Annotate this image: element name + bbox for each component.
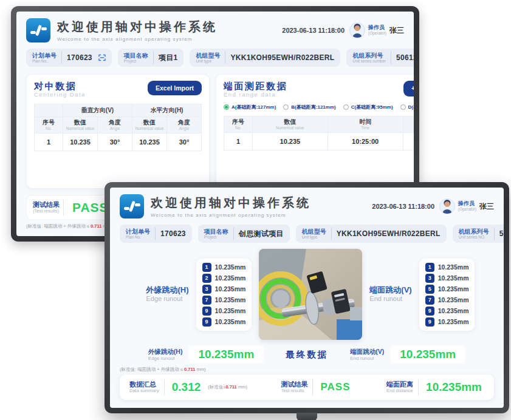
test-result-label: 测试结果 Test results — [281, 381, 307, 393]
project-field[interactable]: 项目名称Project 项目1 — [118, 49, 184, 67]
monitor-front: 欢迎使用轴对中操作系统 Welcome to the axis alignmen… — [105, 182, 509, 413]
plan-no-field[interactable]: 计划单号Plan No. 170623 — [120, 225, 192, 243]
unit-type-field[interactable]: 机组型号Unit type YKK1KOH95EWH/R022BERL — [190, 49, 340, 67]
runout-value: 10.235mm — [215, 318, 246, 325]
add-button[interactable]: +Add 添加 — [403, 81, 414, 97]
group-header-v: 垂直方向(V) — [63, 104, 132, 117]
data-summary-value: 0.312 — [172, 381, 201, 394]
field-label: 机组型号 — [302, 228, 326, 235]
page-title: 欢迎使用轴对中操作系统 — [151, 195, 311, 211]
operator-label: 操作员 — [458, 201, 476, 207]
cell-no: 1 — [224, 132, 253, 150]
table-row: 1 10.235 10:25:00 — [224, 132, 414, 150]
runout-section: 外缘跳动(H) Edge runout 110.235mm 210.235mm … — [120, 248, 494, 340]
app-header: 欢迎使用轴对中操作系统 Welcome to the axis alignmen… — [120, 194, 494, 218]
datetime: 2023-06-13 11:18:00 — [372, 203, 434, 210]
runout-value: 10.235mm — [215, 307, 246, 314]
page-subtitle: Welcome to the axis alignment operating … — [151, 212, 311, 218]
screen-front: 欢迎使用轴对中操作系统 Welcome to the axis alignmen… — [110, 188, 504, 408]
summary-bar: 数据汇总 Data summary 0.312 (标准值≤0.711 mm) 测… — [120, 374, 494, 400]
standard-note: (标准值: 端面跳动 + 外缘跳动 ≤ 0.711 mm) — [120, 367, 494, 373]
app-header: 欢迎使用轴对中操作系统 Welcome to the axis alignmen… — [26, 18, 404, 42]
runout-value: 10.235mm — [215, 296, 246, 303]
runout-value: 10.235mm — [438, 296, 469, 303]
runout-value: 10.235mm — [438, 285, 469, 293]
cell-no: 1 — [35, 133, 63, 151]
field-label: 机组系列号 — [459, 228, 489, 235]
radio-c[interactable]: C(基础距离:95mm) — [343, 104, 393, 110]
project-field[interactable]: 项目名称Project 创思测试项目 — [198, 225, 290, 243]
cell-operation — [403, 132, 414, 150]
field-value: YKK1KOH95EWH/R022BERL — [230, 53, 334, 62]
runout-value: 10.235mm — [215, 263, 246, 271]
list-item: 910.235mm — [202, 317, 246, 327]
final-edge-value: 10.235mm — [188, 345, 264, 364]
field-label-en: Unit type — [196, 59, 220, 63]
col-header-angle: 角度Angle — [98, 117, 132, 134]
index-badge: 1 — [202, 263, 211, 272]
field-label: 机组系列号 — [352, 52, 386, 59]
centering-title-en: Centering Data — [34, 92, 86, 98]
col-header-angle: 角度Angle — [167, 117, 202, 134]
operator-chip[interactable]: 操作员 (Operator) 张三 — [439, 198, 494, 214]
index-badge: 2 — [202, 274, 211, 283]
cell-v-angle: 30° — [98, 133, 132, 151]
cell-h-value: 10.235 — [132, 133, 167, 151]
col-header-value: 数值Numerical value — [253, 117, 328, 133]
runout-value: 10.235mm — [215, 274, 246, 282]
radio-icon — [343, 104, 349, 110]
list-item: 910.235mm — [425, 317, 469, 327]
test-result-label-en: (Test results) — [33, 209, 60, 214]
list-item: 910.235mm — [202, 307, 246, 316]
end-distance-label: 端面距离 End distance — [386, 381, 413, 393]
edge-runout-label: 外缘跳动(H) Edge runout — [146, 285, 189, 303]
operator-label-en: (Operator) — [368, 31, 386, 35]
list-item: 210.235mm — [202, 274, 246, 283]
summary-standard-note: (标准值≤0.711 mm) — [208, 384, 247, 390]
end-runout-label: 端面跳动(V) End runout — [369, 285, 411, 303]
base-distance-radios: A(基础距离:127mm) B(基础距离:121mm) C(基础距离:95mm)… — [224, 104, 414, 110]
radio-icon — [400, 104, 406, 110]
field-label: 项目名称 — [204, 228, 228, 235]
test-result-value: PASS — [320, 381, 350, 393]
list-item: 310.235mm — [425, 274, 469, 283]
index-badge: 9 — [202, 317, 211, 327]
radio-b[interactable]: B(基础距离:121mm) — [283, 104, 335, 110]
operator-label-en: (Operator) — [458, 207, 476, 211]
index-badge: 7 — [425, 296, 434, 305]
centering-panel: 对中数据 Centering Data Excel Import 垂直方向(V)… — [26, 74, 210, 189]
end-runout-list: 110.235mm 310.235mm 510.235mm 710.235mm … — [419, 259, 475, 331]
unit-type-field[interactable]: 机组型号Unit type YKK1KOH95EWH/R022BERL — [296, 225, 447, 243]
index-badge: 9 — [425, 317, 434, 327]
edge-runout-list: 110.235mm 210.235mm 310.235mm 710.235mm … — [196, 259, 252, 331]
runout-value: 10.235mm — [438, 318, 469, 325]
field-label: 项目名称 — [124, 52, 148, 59]
operator-label: 操作员 — [368, 25, 386, 31]
plan-no-field[interactable]: 计划单号Plan No.. 170623 — [26, 49, 112, 67]
info-fields: 计划单号Plan No. 170623 项目名称Project 创思测试项目 机… — [120, 225, 494, 243]
list-item: 310.235mm — [202, 285, 246, 294]
end-range-panel: 端面测距数据 End range data +Add 添加 A(基础距离:127… — [216, 74, 414, 189]
operator-chip[interactable]: 操作员 (Operator) 张三 — [349, 22, 404, 38]
avatar — [439, 198, 455, 214]
runout-value: 10.235mm — [438, 263, 469, 271]
data-summary-label: 数据汇总 Data summary — [129, 381, 159, 393]
field-value: 50612F32804193 — [499, 229, 504, 238]
radio-a[interactable]: A(基础距离:127mm) — [224, 104, 276, 110]
radio-d[interactable]: D(基础距离:89mm) — [400, 104, 414, 110]
excel-import-button[interactable]: Excel Import — [148, 81, 202, 95]
scan-icon[interactable] — [98, 54, 106, 61]
end-range-title: 端面测距数据 — [224, 81, 287, 91]
list-item: 710.235mm — [202, 296, 246, 305]
radio-icon — [224, 104, 229, 110]
field-value: 170623 — [67, 53, 92, 62]
machine-photo — [259, 249, 362, 340]
col-header-value: 数值Numerical value — [132, 117, 167, 134]
runout-value: 10.235mm — [438, 274, 469, 282]
col-header-operation: 操作Operation — [403, 117, 414, 133]
unit-series-field[interactable]: 机组系列号Unit series NO. 50612F32804193 — [453, 225, 504, 243]
field-value: 50612F32804193 — [396, 53, 414, 62]
test-result-value: PASS — [72, 200, 109, 215]
cell-time: 10:25:00 — [328, 132, 403, 150]
unit-series-field[interactable]: 机组系列号Unit series number 50612F32804193 — [346, 49, 414, 67]
